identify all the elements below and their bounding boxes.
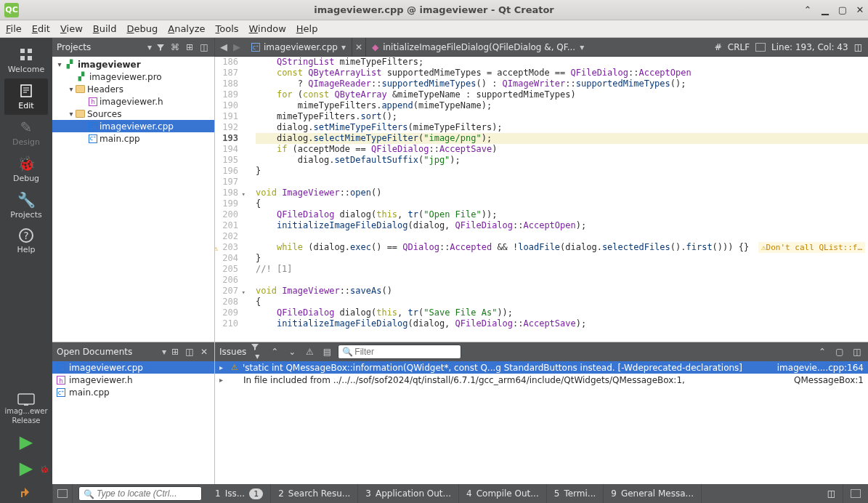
folder-icon: [76, 85, 85, 93]
nav-fwd-icon[interactable]: ▶: [231, 41, 243, 52]
minimize-icon[interactable]: ▁: [820, 5, 830, 15]
menu-help[interactable]: Help: [296, 23, 318, 34]
issue-item[interactable]: ▸In file included from ../../../sof/sof2…: [215, 374, 868, 386]
symbol-label: initializeImageFileDialog(QFileDialog &,…: [383, 42, 575, 52]
app-icon: QC: [4, 3, 19, 17]
issues-filter-input[interactable]: [338, 345, 461, 359]
svg-rect-8: [18, 394, 34, 404]
projects-panel-title[interactable]: Projects: [57, 42, 146, 52]
sidebar-toggle-icon[interactable]: [755, 43, 766, 52]
output-pane-2[interactable]: 2Search Resu...: [271, 484, 358, 503]
folder-icon: [76, 110, 85, 118]
issues-options-icon[interactable]: ▤: [320, 347, 333, 357]
opendocs-split-icon[interactable]: ◫: [184, 346, 195, 358]
run-button[interactable]: ▶: [20, 432, 33, 452]
projects-filter-icon[interactable]: [155, 41, 166, 53]
issues-close-icon[interactable]: ◫: [851, 347, 864, 357]
svg-rect-2: [20, 56, 25, 60]
svg-rect-0: [20, 49, 25, 53]
output-pane-9[interactable]: 9General Messa...: [604, 484, 702, 503]
menu-view[interactable]: View: [60, 23, 83, 34]
inline-warning[interactable]: ⚠Don't call QList::f…: [758, 242, 865, 253]
right-sidebar-icon[interactable]: [843, 484, 868, 503]
pro-file-icon: ▞: [64, 60, 76, 70]
tree-item[interactable]: ▾▞imageviewer: [52, 58, 214, 71]
tree-item[interactable]: himageviewer.h: [52, 95, 214, 108]
project-tree[interactable]: ▾▞imageviewer▞imageviewer.pro▾Headershim…: [52, 57, 214, 342]
locator-input[interactable]: [78, 486, 202, 501]
menu-window[interactable]: Window: [249, 23, 286, 34]
issues-warning-icon[interactable]: ⚠: [303, 347, 316, 357]
open-documents-list[interactable]: c⁺imageviewer.cpphimageviewer.hc⁺main.cp…: [52, 361, 214, 484]
maximize-icon[interactable]: ▢: [837, 5, 848, 15]
menu-analyze[interactable]: Analyze: [168, 23, 205, 34]
output-pane-3[interactable]: 3Application Out...: [358, 484, 459, 503]
svg-rect-1: [28, 49, 32, 53]
cpp-file-icon: c⁺: [57, 363, 65, 372]
kit-project-label: imag...ewer: [4, 407, 47, 415]
mode-projects[interactable]: 🔧Projects: [4, 188, 48, 224]
issues-next-icon[interactable]: ⌄: [285, 347, 299, 357]
symbol-selector[interactable]: ◆ initializeImageFileDialog(QFileDialog …: [365, 38, 590, 56]
cpp-file-icon: c⁺: [89, 134, 97, 143]
tree-item[interactable]: ▾Headers: [52, 83, 214, 95]
opendocs-close-icon[interactable]: ✕: [198, 346, 210, 358]
code-editor[interactable]: 186187188189190191192193194195196197198▾…: [215, 57, 868, 342]
issues-list[interactable]: ▸⚠'static int QMessageBox::information(Q…: [215, 361, 868, 484]
issues-max-icon[interactable]: ▢: [833, 347, 846, 357]
eol-indicator[interactable]: CRLF: [728, 42, 750, 52]
issues-title: Issues: [219, 347, 246, 357]
cursor-position[interactable]: Line: 193, Col: 43: [771, 42, 848, 52]
menu-edit[interactable]: Edit: [32, 23, 50, 34]
header-file-icon: h: [57, 376, 65, 385]
menubar: FileEditViewBuildDebugAnalyzeToolsWindow…: [0, 20, 868, 38]
issues-prev-icon[interactable]: ⌃: [268, 347, 281, 357]
issues-filter-icon[interactable]: ▾: [251, 342, 264, 361]
mode-design[interactable]: ✎Design: [4, 115, 48, 151]
cpp-file-icon: c⁺: [251, 43, 260, 52]
tree-item[interactable]: ▾Sources: [52, 108, 214, 120]
menu-build[interactable]: Build: [93, 23, 117, 34]
run-debug-button[interactable]: ▶🐞: [20, 458, 33, 478]
issue-item[interactable]: ▸⚠'static int QMessageBox::information(Q…: [215, 361, 868, 374]
mode-edit[interactable]: Edit: [4, 79, 48, 115]
projects-add-icon[interactable]: ⊞: [184, 41, 195, 53]
tree-item[interactable]: c⁺main.cpp: [52, 132, 214, 145]
issues-min-icon[interactable]: ⌃: [816, 347, 829, 357]
encoding-indicator[interactable]: #: [715, 42, 722, 52]
mode-debug[interactable]: 🐞Debug: [4, 151, 48, 188]
header-file-icon: h: [89, 97, 97, 106]
progress-toggle-icon[interactable]: ◫: [820, 484, 843, 503]
projects-split-icon[interactable]: ◫: [198, 41, 210, 53]
tree-item[interactable]: ▞imageviewer.pro: [52, 71, 214, 83]
kit-selector[interactable]: imag...ewer Release: [3, 391, 49, 424]
titlebar: QC imageviewer.cpp @ imageviewer - Qt Cr…: [0, 0, 868, 20]
symbol-kind-icon: ◆: [372, 42, 378, 52]
close-window-icon[interactable]: ✕: [855, 5, 865, 15]
editor-tab-close-icon[interactable]: ✕: [352, 42, 365, 52]
status-bar: 🔍 1Iss...12Search Resu...3Application Ou…: [52, 484, 868, 503]
roll-up-icon[interactable]: ⌃: [803, 5, 813, 15]
editor-tab-label: imageviewer.cpp: [264, 42, 338, 52]
build-button[interactable]: [18, 484, 34, 500]
svg-rect-4: [21, 85, 31, 97]
mode-welcome[interactable]: Welcome: [4, 42, 48, 79]
output-pane-4[interactable]: 4Compile Out...: [459, 484, 547, 503]
open-doc-item[interactable]: c⁺imageviewer.cpp: [52, 361, 214, 374]
editor-tab[interactable]: c⁺ imageviewer.cpp ▾: [246, 38, 352, 56]
menu-file[interactable]: File: [6, 23, 22, 34]
open-doc-item[interactable]: c⁺main.cpp: [52, 386, 214, 398]
mode-help[interactable]: ?Help: [4, 224, 48, 259]
nav-back-icon[interactable]: ◀: [218, 41, 230, 52]
menu-debug[interactable]: Debug: [126, 23, 158, 34]
output-pane-5[interactable]: 5Termi...: [547, 484, 604, 503]
tree-item[interactable]: c⁺imageviewer.cpp: [52, 120, 214, 132]
output-pane-1[interactable]: 1Iss...1: [208, 484, 271, 503]
projects-link-icon[interactable]: ⌘: [169, 41, 181, 53]
menu-tools[interactable]: Tools: [215, 23, 238, 34]
open-doc-item[interactable]: himageviewer.h: [52, 374, 214, 386]
opendocs-add-icon[interactable]: ⊞: [169, 346, 181, 358]
cpp-file-icon: c⁺: [89, 122, 97, 131]
editor-split-icon[interactable]: ◫: [854, 42, 862, 52]
close-sidebar-button[interactable]: [52, 484, 73, 503]
